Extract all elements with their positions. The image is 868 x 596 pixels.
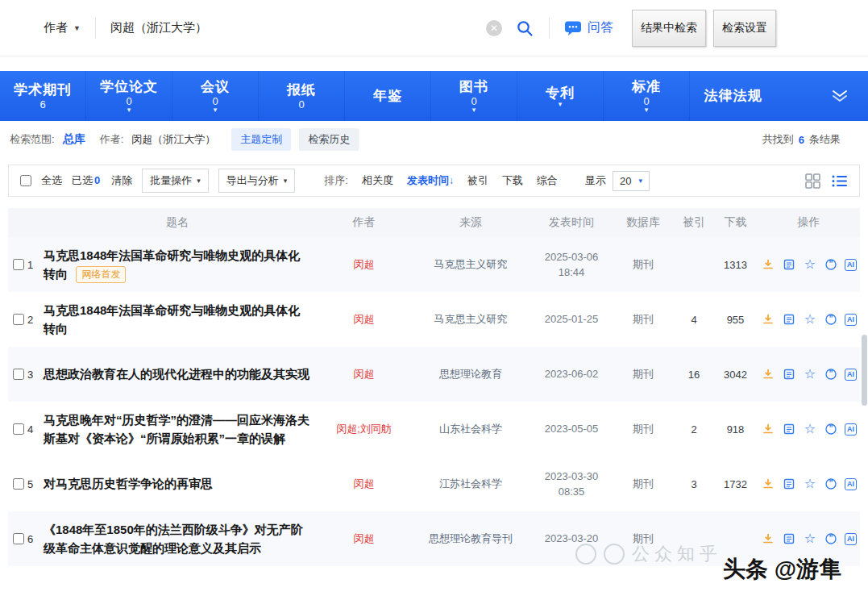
nav-tab-academic-journal[interactable]: 学术期刊 6 <box>0 71 86 121</box>
download-icon[interactable] <box>761 477 775 491</box>
row-checkbox[interactable] <box>13 478 24 490</box>
sort-publish-time[interactable]: 发表时间↓ <box>407 173 454 188</box>
nav-tab-standard[interactable]: 标准 0 ▾ <box>604 71 690 121</box>
page-size-select[interactable]: 20 ▾ <box>613 171 650 191</box>
cited-count-link[interactable]: 2 <box>675 423 713 436</box>
ai-icon[interactable]: AI <box>845 478 857 490</box>
quote-icon[interactable]: ” <box>824 312 838 327</box>
html-read-icon[interactable] <box>782 477 796 491</box>
html-read-icon[interactable] <box>782 257 796 272</box>
favorite-icon[interactable]: ☆ <box>803 422 817 436</box>
row-index: 2 <box>27 314 33 326</box>
favorite-icon[interactable]: ☆ <box>803 477 817 491</box>
article-title-link[interactable]: 《1848年至1850年的法兰西阶级斗争》对无产阶级革命主体意识觉醒的理论意义及… <box>44 523 303 555</box>
nav-expand-button[interactable] <box>829 71 850 121</box>
favorite-icon[interactable]: ☆ <box>803 367 817 381</box>
scrollbar-thumb[interactable] <box>862 335 867 406</box>
scope-label: 检索范围: <box>10 132 55 147</box>
search-button[interactable] <box>515 19 534 38</box>
favorite-icon[interactable]: ☆ <box>803 257 817 272</box>
search-field-select[interactable]: 作者 ▼ <box>44 20 81 35</box>
cited-count-link[interactable]: 3 <box>675 478 713 490</box>
nav-tab-yearbook[interactable]: 年鉴 <box>345 71 431 121</box>
article-source-link[interactable]: 思想理论教育导刊 <box>410 531 531 546</box>
select-all-checkbox[interactable] <box>20 175 31 186</box>
cited-count-link[interactable]: 16 <box>675 369 713 381</box>
article-source-link[interactable]: 山东社会科学 <box>410 422 531 436</box>
nav-tab-conference[interactable]: 会议 0 ▾ <box>172 71 259 121</box>
article-authors-link[interactable]: 闵超;刘同舫 <box>318 422 410 436</box>
quote-icon[interactable]: ” <box>824 422 838 436</box>
sort-relevance[interactable]: 相关度 <box>362 173 393 188</box>
article-source-link[interactable]: 马克思主义研究 <box>410 312 531 327</box>
favorite-icon[interactable]: ☆ <box>803 312 817 327</box>
sort-cited[interactable]: 被引 <box>467 173 488 188</box>
svg-text:”: ” <box>829 369 833 378</box>
favorite-icon[interactable]: ☆ <box>803 531 817 546</box>
search-history-button[interactable]: 检索历史 <box>299 128 359 151</box>
download-icon[interactable] <box>761 531 775 546</box>
sort-comprehensive[interactable]: 综合 <box>537 173 558 188</box>
nav-tab-patent[interactable]: 专利 ▾ <box>517 71 604 121</box>
article-authors-link[interactable]: 闵超 <box>318 531 410 546</box>
article-title-link[interactable]: 马克思晚年对“历史哲学”的澄清——回应米海洛夫斯基对《资本论》“所谓原始积累”一… <box>44 413 309 445</box>
scope-value-link[interactable]: 总库 <box>63 132 85 147</box>
download-icon[interactable] <box>761 312 775 327</box>
search-input[interactable] <box>110 21 486 35</box>
row-actions: ☆ ” AI <box>758 531 860 546</box>
ai-icon[interactable]: AI <box>845 423 857 436</box>
quote-icon[interactable]: ” <box>824 367 838 381</box>
html-read-icon[interactable] <box>782 367 796 381</box>
cited-count-link[interactable]: 4 <box>675 314 713 326</box>
row-actions: ☆ ” AI <box>758 312 860 327</box>
export-analyze-button[interactable]: 导出与分析 ▾ <box>218 169 296 193</box>
quote-icon[interactable]: ” <box>824 477 838 491</box>
ai-icon[interactable]: AI <box>845 314 857 326</box>
html-read-icon[interactable] <box>782 312 796 327</box>
batch-actions-button[interactable]: 批量操作 ▾ <box>142 169 209 193</box>
nav-tab-law[interactable]: 法律法规 <box>690 71 776 121</box>
download-icon[interactable] <box>761 367 775 381</box>
quote-icon[interactable]: ” <box>824 531 838 546</box>
article-title-link[interactable]: 马克思1848年法国革命研究与唯物史观的具体化转向 <box>44 303 300 336</box>
clear-selection-button[interactable]: 清除 <box>111 173 132 188</box>
quote-icon[interactable]: ” <box>824 257 838 272</box>
ai-icon[interactable]: AI <box>845 533 857 545</box>
select-all-label[interactable]: 全选 <box>41 173 62 188</box>
article-authors-link[interactable]: 闵超 <box>318 312 410 327</box>
row-checkbox[interactable] <box>13 533 24 544</box>
article-source-link[interactable]: 思想理论教育 <box>410 367 531 381</box>
row-checkbox[interactable] <box>13 369 24 380</box>
article-authors-link[interactable]: 闵超 <box>318 367 410 381</box>
row-index: 5 <box>27 478 33 490</box>
search-settings-button[interactable]: 检索设置 <box>713 10 776 47</box>
html-read-icon[interactable] <box>782 531 796 546</box>
nav-tab-newspaper[interactable]: 报纸 0 <box>259 71 345 121</box>
nav-tab-book[interactable]: 图书 0 ▾ <box>431 71 517 121</box>
article-authors-link[interactable]: 闵超 <box>318 477 410 491</box>
table-header-row: 题名 作者 来源 发表时间 数据库 被引 下载 操作 <box>8 208 860 237</box>
search-scope-bar: 检索范围: 总库 作者: 闵超（浙江大学） 主题定制 检索历史 共找到 6 条结… <box>0 121 868 158</box>
grid-view-button[interactable] <box>805 173 820 189</box>
qa-link[interactable]: 问答 <box>564 19 613 36</box>
download-icon[interactable] <box>761 422 775 436</box>
topic-custom-button[interactable]: 主题定制 <box>231 128 291 151</box>
row-checkbox[interactable] <box>13 314 24 325</box>
row-checkbox[interactable] <box>13 423 24 435</box>
article-title-link[interactable]: 对马克思历史哲学争论的再审思 <box>44 477 213 490</box>
search-in-results-button[interactable]: 结果中检索 <box>632 10 706 47</box>
sort-downloads[interactable]: 下载 <box>502 173 523 188</box>
search-icon <box>515 19 534 38</box>
article-authors-link[interactable]: 闵超 <box>318 257 410 272</box>
ai-icon[interactable]: AI <box>845 259 857 271</box>
html-read-icon[interactable] <box>782 422 796 436</box>
row-checkbox[interactable] <box>13 259 24 270</box>
download-icon[interactable] <box>761 257 775 272</box>
article-source-link[interactable]: 马克思主义研究 <box>410 257 531 272</box>
nav-tab-dissertation[interactable]: 学位论文 0 ▾ <box>86 71 172 121</box>
ai-icon[interactable]: AI <box>845 369 857 381</box>
article-source-link[interactable]: 江苏社会科学 <box>410 477 531 491</box>
list-view-button[interactable] <box>832 174 848 188</box>
clear-search-icon[interactable]: ✕ <box>486 20 502 36</box>
article-title-link[interactable]: 思想政治教育在人的现代化进程中的功能及其实现 <box>44 367 309 381</box>
